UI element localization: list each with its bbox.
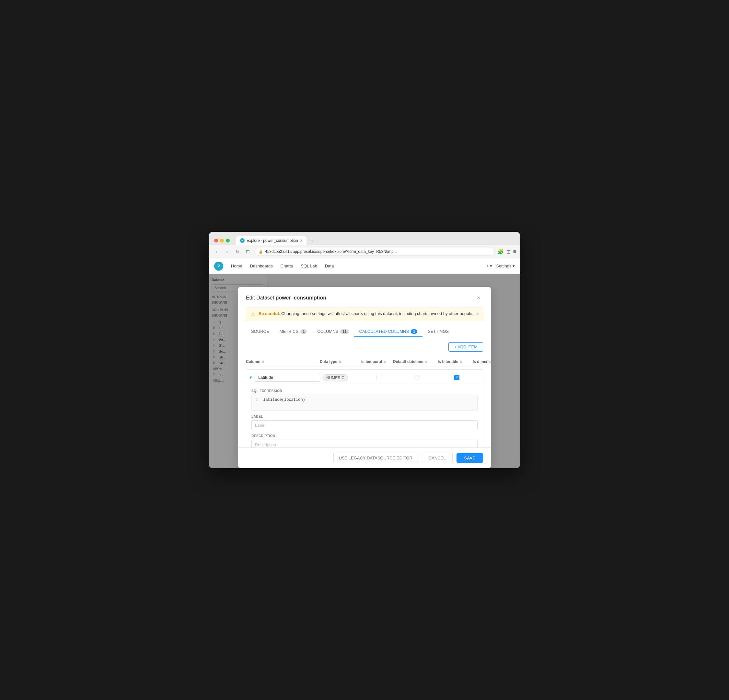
is-filterable-checkbox[interactable]: ✓ — [454, 375, 459, 380]
maximize-window-button[interactable] — [226, 239, 230, 242]
extensions-icon[interactable]: 🧩 — [497, 249, 504, 255]
tab-calculated-columns[interactable]: CALCULATED COLUMNS 1 — [354, 326, 423, 337]
tab-columns-badge: 11 — [340, 329, 349, 334]
th-dimension: Is dimension ⇅ — [473, 359, 491, 364]
modal-body: + ADD ITEM Column ⇅ Data type — [238, 337, 491, 448]
th-column: Column ⇅ — [246, 359, 317, 364]
settings-button[interactable]: Settings ▾ — [496, 264, 515, 268]
th-datatype: Data type ⇅ — [320, 359, 359, 364]
tab-close-icon[interactable]: × — [300, 238, 303, 243]
is-temporal-cell — [364, 375, 394, 380]
nav-data[interactable]: Data — [325, 262, 334, 270]
table-header: Column ⇅ Data type ⇅ Is temporal ⇅ — [246, 357, 483, 367]
add-item-button[interactable]: + ADD ITEM — [449, 342, 483, 352]
browser-nav: ‹ › ↻ ⊡ 🔒 458dcb52.us1a.app.preset.io/su… — [209, 245, 520, 258]
is-temporal-checkbox[interactable] — [376, 375, 381, 380]
label-field-container: LABEL — [251, 415, 478, 430]
row-details: SQL EXPRESSION 1 latitude(location) LABE… — [246, 385, 483, 448]
th-datatype-label: Data type — [320, 359, 337, 364]
modal-title: Edit Dataset power_consumption — [246, 295, 326, 301]
nav-charts[interactable]: Charts — [280, 262, 293, 270]
minimize-window-button[interactable] — [220, 239, 224, 242]
edit-dataset-modal: Edit Dataset power_consumption × ⚠ Be ca… — [238, 287, 491, 468]
nav-actions: 🧩 ⊡ ≡ — [497, 249, 516, 255]
data-type-cell: NUMERIC — [323, 375, 362, 380]
warning-text: Be careful. Changing these settings will… — [258, 311, 473, 316]
data-type-badge: NUMERIC — [323, 374, 348, 381]
app-nav: P Home Dashboards Charts SQL Lab Data + … — [209, 258, 520, 274]
warning-banner: ⚠ Be careful. Changing these settings wi… — [246, 307, 483, 321]
th-datetime-label: Default datetime — [393, 359, 423, 364]
save-button[interactable]: SAVE — [456, 453, 483, 463]
table-row: ▼ NUMERIC — [246, 370, 483, 448]
table-row-inner: ▼ NUMERIC — [246, 370, 483, 385]
add-button[interactable]: + ▾ — [486, 264, 492, 268]
nav-home[interactable]: Home — [231, 262, 243, 270]
traffic-lights — [214, 239, 230, 242]
warning-rest-text: Changing these settings will affect all … — [281, 311, 473, 316]
description-field-label: DESCRIPTION — [251, 434, 478, 438]
back-button[interactable]: ‹ — [213, 248, 221, 255]
tab-metrics-label: METRICS — [280, 329, 299, 334]
warning-close-button[interactable]: × — [476, 311, 479, 316]
th-filterable-label: Is filterable — [438, 359, 458, 364]
th-filterable-sort-icon[interactable]: ⇅ — [459, 360, 462, 364]
tab-metrics[interactable]: METRICS 1 — [274, 326, 312, 337]
th-temporal-label: Is temporal — [361, 359, 382, 364]
modal-title-prefix: Edit Dataset — [246, 295, 276, 300]
refresh-button[interactable]: ↻ — [234, 248, 241, 255]
legacy-datasource-editor-button[interactable]: USE LEGACY DATASOURCE EDITOR — [333, 453, 418, 463]
app-nav-actions: + ▾ Settings ▾ — [486, 264, 515, 268]
label-input[interactable] — [251, 420, 478, 430]
th-temporal: Is temporal ⇅ — [361, 359, 391, 364]
tab-columns-label: COLUMNS — [317, 329, 338, 334]
default-datetime-cell — [396, 375, 438, 380]
add-item-label: + ADD ITEM — [454, 345, 478, 349]
profile-icon[interactable]: ⊡ — [507, 249, 511, 255]
tab-bar: ∞ Explore - power_consumption × + — [236, 236, 316, 245]
close-window-button[interactable] — [214, 239, 218, 242]
sql-expression-code: latitude(location) — [263, 398, 305, 402]
th-datetime-sort-icon[interactable]: ⇅ — [424, 360, 427, 364]
sql-expression-editor[interactable]: 1 latitude(location) — [251, 395, 478, 411]
modal-footer: USE LEGACY DATASOURCE EDITOR CANCEL SAVE — [238, 448, 491, 468]
nav-dashboards[interactable]: Dashboards — [250, 262, 273, 270]
bookmark-button[interactable]: ⊡ — [244, 248, 252, 255]
tab-title: Explore - power_consumption — [247, 238, 298, 243]
browser-tab[interactable]: ∞ Explore - power_consumption × — [236, 236, 306, 245]
column-name-input[interactable] — [255, 373, 320, 382]
tab-source[interactable]: SOURCE — [246, 326, 274, 337]
modal-close-button[interactable]: × — [474, 293, 483, 302]
sql-line-number: 1 — [256, 398, 258, 402]
default-datetime-radio[interactable] — [414, 375, 420, 380]
menu-icon[interactable]: ≡ — [513, 249, 516, 255]
description-input[interactable] — [251, 440, 478, 448]
browser-window: ∞ Explore - power_consumption × + ‹ › ↻ … — [209, 232, 520, 468]
tab-columns[interactable]: COLUMNS 11 — [312, 326, 354, 337]
tab-calculated-columns-badge: 1 — [411, 329, 417, 334]
th-temporal-sort-icon[interactable]: ⇅ — [383, 360, 386, 364]
warning-bold-text: Be careful. — [258, 311, 280, 316]
tab-settings[interactable]: SETTINGS — [423, 326, 454, 337]
cancel-button[interactable]: CANCEL — [422, 453, 453, 463]
app-logo: P — [214, 262, 223, 271]
url-text: 458dcb52.us1a.app.preset.io/superset/exp… — [265, 249, 397, 254]
app-content: Dataset Metrics Showing Columns Showing … — [209, 274, 520, 468]
is-filterable-cell: ✓ — [441, 375, 473, 380]
new-tab-button[interactable]: + — [308, 236, 317, 245]
columns-table: Column ⇅ Data type ⇅ Is temporal ⇅ — [246, 357, 483, 448]
description-field-container: DESCRIPTION — [251, 434, 478, 448]
address-bar[interactable]: 🔒 458dcb52.us1a.app.preset.io/superset/e… — [254, 248, 495, 255]
forward-button[interactable]: › — [223, 248, 231, 255]
nav-sqllab[interactable]: SQL Lab — [301, 262, 317, 270]
is-dimension-cell: ✓ — [476, 375, 491, 380]
browser-titlebar: ∞ Explore - power_consumption × + — [209, 232, 520, 245]
th-datatype-sort-icon[interactable]: ⇅ — [338, 360, 341, 364]
tab-metrics-badge: 1 — [301, 329, 307, 334]
modal-title-dataset: power_consumption — [276, 295, 326, 300]
lock-icon: 🔒 — [258, 250, 263, 254]
row-collapse-icon[interactable]: ▼ — [249, 375, 253, 380]
tab-source-label: SOURCE — [251, 329, 269, 334]
tab-settings-label: SETTINGS — [428, 329, 449, 334]
th-column-sort-icon[interactable]: ⇅ — [262, 360, 264, 364]
